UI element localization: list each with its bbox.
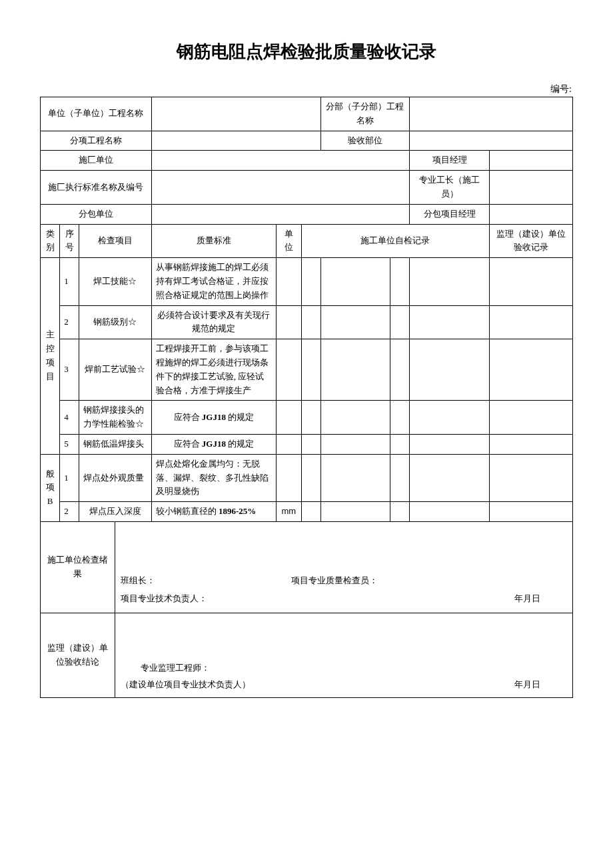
cell-self-3[interactable] bbox=[390, 454, 409, 501]
label-unit-project: 单位（子单位）工程名称 bbox=[41, 97, 152, 131]
cell-standard: 应符合 JGJ18 的规定 bbox=[151, 401, 277, 435]
value-standard-name[interactable] bbox=[151, 171, 409, 205]
category-main: 主控项目 bbox=[41, 258, 60, 455]
cell-supervision[interactable] bbox=[489, 258, 572, 305]
cell-unit bbox=[277, 258, 302, 305]
cell-standard: 较小钢筋直径的 1896-25% bbox=[151, 502, 277, 522]
table-row: 5 钢筋低温焊接头 应符合 JGJ18 的规定 bbox=[41, 434, 573, 454]
cell-item: 钢筋低温焊接头 bbox=[79, 434, 151, 454]
cell-supervision[interactable] bbox=[489, 434, 572, 454]
cell-unit bbox=[277, 434, 302, 454]
cell-self-1[interactable] bbox=[301, 305, 320, 339]
cell-self-2[interactable] bbox=[320, 401, 390, 435]
col-standard: 质量标准 bbox=[151, 224, 277, 258]
cell-index: 1 bbox=[60, 454, 79, 501]
cell-supervision[interactable] bbox=[489, 339, 572, 401]
cell-unit: mm bbox=[277, 502, 302, 522]
label-foreman: 专业工长（施工员） bbox=[410, 171, 490, 205]
label-standard-name: 施匚执行标准名称及编号 bbox=[41, 171, 152, 205]
cell-supervision[interactable] bbox=[489, 401, 572, 435]
cell-self-4[interactable] bbox=[410, 502, 490, 522]
value-foreman[interactable] bbox=[489, 171, 572, 205]
label-supervision-conclusion: 监理（建设）单位验收结论 bbox=[41, 613, 115, 697]
cell-self-2[interactable] bbox=[320, 502, 390, 522]
table-row: 2 钢筋级别☆ 必须符合设计要求及有关现行规范的规定 bbox=[41, 305, 573, 339]
value-subpart[interactable] bbox=[410, 97, 573, 131]
label-accept-location: 验收部位 bbox=[320, 131, 409, 151]
label-project-manager: 项目经理 bbox=[410, 151, 490, 171]
cell-self-1[interactable] bbox=[301, 454, 320, 501]
label-quality-inspector: 项目专业质量检查员： bbox=[291, 574, 378, 588]
header-row-5: 分包单位 分包项目经理 bbox=[41, 204, 573, 224]
cell-standard: 焊点处熔化金属均匀：无脱落、漏焊、裂纹、多孔性缺陷及明显烧伤 bbox=[151, 454, 277, 501]
cell-self-3[interactable] bbox=[390, 434, 409, 454]
cell-self-2[interactable] bbox=[320, 258, 390, 305]
cell-item: 钢筋焊接接头的力学性能检验☆ bbox=[79, 401, 151, 435]
label-subpart: 分部（子分部）工程名称 bbox=[320, 97, 409, 131]
cell-self-1[interactable] bbox=[301, 339, 320, 401]
header-row-3: 施匚单位 项目经理 bbox=[41, 151, 573, 171]
cell-self-1[interactable] bbox=[301, 502, 320, 522]
category-general: 般项B bbox=[41, 454, 60, 521]
cell-self-2[interactable] bbox=[320, 305, 390, 339]
cell-index: 5 bbox=[60, 434, 79, 454]
col-unit: 单位 bbox=[277, 224, 302, 258]
label-team-leader: 班组长： bbox=[121, 574, 155, 588]
signoff-construction-row: 施工单位检查绪果 班组长： 项目专业质量检查员： 项目专业技术负责人： 年月日 bbox=[41, 521, 573, 613]
value-construction-unit[interactable] bbox=[151, 151, 409, 171]
supervision-sign-area[interactable]: 专业监理工程师： （建设单位项目专业技术负责人） 年月日 bbox=[115, 613, 573, 697]
cell-item: 焊点处外观质量 bbox=[79, 454, 151, 501]
label-subcontractor: 分包单位 bbox=[41, 204, 152, 224]
cell-self-4[interactable] bbox=[410, 305, 490, 339]
col-index: 序号 bbox=[60, 224, 79, 258]
cell-supervision[interactable] bbox=[489, 502, 572, 522]
cell-index: 2 bbox=[60, 502, 79, 522]
cell-self-1[interactable] bbox=[301, 258, 320, 305]
main-table: 单位（子单位）工程名称 分部（子分部）工程名称 分项工程名称 验收部位 施匚单位… bbox=[40, 97, 573, 698]
value-subitem[interactable] bbox=[151, 131, 320, 151]
cell-self-1[interactable] bbox=[301, 401, 320, 435]
cell-item: 焊前工艺试验☆ bbox=[79, 339, 151, 401]
label-supervision-engineer: 专业监理工程师： bbox=[141, 661, 567, 675]
cell-self-4[interactable] bbox=[410, 454, 490, 501]
label-date-1: 年月日 bbox=[514, 592, 540, 606]
cell-item: 焊点压入深度 bbox=[79, 502, 151, 522]
cell-self-4[interactable] bbox=[410, 401, 490, 435]
cell-self-3[interactable] bbox=[390, 401, 409, 435]
construction-sign-area[interactable]: 班组长： 项目专业质量检查员： 项目专业技术负责人： 年月日 bbox=[115, 521, 573, 613]
cell-index: 3 bbox=[60, 339, 79, 401]
cell-index: 4 bbox=[60, 401, 79, 435]
cell-supervision[interactable] bbox=[489, 454, 572, 501]
cell-index: 1 bbox=[60, 258, 79, 305]
cell-self-3[interactable] bbox=[390, 339, 409, 401]
cell-self-4[interactable] bbox=[410, 258, 490, 305]
cell-self-3[interactable] bbox=[390, 258, 409, 305]
cell-self-2[interactable] bbox=[320, 434, 390, 454]
cell-self-3[interactable] bbox=[390, 305, 409, 339]
cell-standard: 应符合 JGJ18 的规定 bbox=[151, 434, 277, 454]
cell-item: 钢筋级别☆ bbox=[79, 305, 151, 339]
column-header-row: 类别 序号 检查项目 质量标准 单位 施工单位自检记录 监理（建设）单位验收记录 bbox=[41, 224, 573, 258]
cell-unit bbox=[277, 454, 302, 501]
col-category: 类别 bbox=[41, 224, 60, 258]
cell-self-2[interactable] bbox=[320, 339, 390, 401]
label-sub-pm: 分包项目经理 bbox=[410, 204, 490, 224]
cell-self-4[interactable] bbox=[410, 339, 490, 401]
header-row-2: 分项工程名称 验收部位 bbox=[41, 131, 573, 151]
value-project-manager[interactable] bbox=[489, 151, 572, 171]
value-unit-project[interactable] bbox=[151, 97, 320, 131]
cell-self-2[interactable] bbox=[320, 454, 390, 501]
value-sub-pm[interactable] bbox=[489, 204, 572, 224]
label-date-2: 年月日 bbox=[514, 678, 540, 692]
cell-self-3[interactable] bbox=[390, 502, 409, 522]
cell-unit bbox=[277, 401, 302, 435]
cell-self-4[interactable] bbox=[410, 434, 490, 454]
col-supervision: 监理（建设）单位验收记录 bbox=[489, 224, 572, 258]
header-row-1: 单位（子单位）工程名称 分部（子分部）工程名称 bbox=[41, 97, 573, 131]
cell-supervision[interactable] bbox=[489, 305, 572, 339]
label-construction-unit: 施匚单位 bbox=[41, 151, 152, 171]
cell-self-1[interactable] bbox=[301, 434, 320, 454]
value-accept-location[interactable] bbox=[410, 131, 573, 151]
page-title: 钢筋电阻点焊检验批质量验收记录 bbox=[40, 40, 573, 63]
value-subcontractor[interactable] bbox=[151, 204, 409, 224]
